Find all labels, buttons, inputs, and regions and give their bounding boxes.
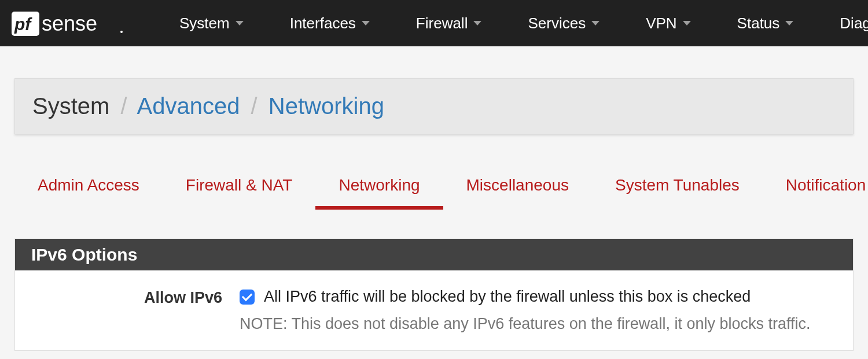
panel-title: IPv6 Options bbox=[15, 239, 853, 270]
tabs: Admin Access Firewall & NAT Networking M… bbox=[14, 169, 854, 210]
nav-item-interfaces[interactable]: Interfaces bbox=[267, 14, 393, 32]
nav-item-system[interactable]: System bbox=[156, 14, 267, 32]
nav-menu: System Interfaces Firewall Services VPN … bbox=[156, 14, 868, 32]
tab-system-tunables[interactable]: System Tunables bbox=[592, 169, 763, 210]
nav-label: Status bbox=[737, 14, 780, 32]
allow-ipv6-label: Allow IPv6 bbox=[31, 288, 240, 307]
nav-label: Diag bbox=[840, 14, 868, 32]
nav-item-diagnostics[interactable]: Diag bbox=[816, 14, 868, 32]
breadcrumb-advanced-link[interactable]: Advanced bbox=[137, 93, 240, 119]
svg-text:pf: pf bbox=[14, 14, 32, 34]
tab-miscellaneous[interactable]: Miscellaneous bbox=[443, 169, 592, 210]
breadcrumb-root: System bbox=[32, 93, 109, 119]
tab-notifications[interactable]: Notification bbox=[763, 169, 868, 210]
nav-label: Interfaces bbox=[290, 14, 356, 32]
allow-ipv6-row: Allow IPv6 All IPv6 traffic will be bloc… bbox=[31, 288, 837, 333]
caret-down-icon bbox=[362, 21, 370, 25]
caret-down-icon bbox=[591, 21, 599, 25]
caret-down-icon bbox=[473, 21, 481, 25]
tab-networking[interactable]: Networking bbox=[315, 169, 443, 210]
nav-label: System bbox=[179, 14, 230, 32]
caret-down-icon bbox=[785, 21, 793, 25]
nav-item-vpn[interactable]: VPN bbox=[623, 14, 713, 32]
caret-down-icon bbox=[683, 21, 691, 25]
top-navbar: pf sense System Interfaces Firewall Serv… bbox=[0, 0, 868, 46]
nav-item-firewall[interactable]: Firewall bbox=[393, 14, 505, 32]
breadcrumb-networking-link[interactable]: Networking bbox=[269, 93, 384, 119]
panel-body: Allow IPv6 All IPv6 traffic will be bloc… bbox=[15, 270, 853, 350]
nav-label: VPN bbox=[646, 14, 676, 32]
tab-firewall-nat[interactable]: Firewall & NAT bbox=[163, 169, 316, 210]
svg-point-3 bbox=[120, 31, 123, 33]
breadcrumb: System / Advanced / Networking bbox=[14, 78, 854, 134]
breadcrumb-separator: / bbox=[120, 93, 127, 119]
nav-label: Services bbox=[528, 14, 586, 32]
nav-label: Firewall bbox=[416, 14, 468, 32]
allow-ipv6-note: NOTE: This does not disable any IPv6 fea… bbox=[240, 315, 837, 333]
allow-ipv6-control: All IPv6 traffic will be blocked by the … bbox=[240, 288, 837, 333]
ipv6-options-panel: IPv6 Options Allow IPv6 All IPv6 traffic… bbox=[14, 239, 854, 351]
allow-ipv6-checkbox[interactable] bbox=[240, 290, 255, 305]
allow-ipv6-description: All IPv6 traffic will be blocked by the … bbox=[264, 288, 751, 306]
nav-item-status[interactable]: Status bbox=[714, 14, 817, 32]
nav-item-services[interactable]: Services bbox=[505, 14, 623, 32]
tabs-container: Admin Access Firewall & NAT Networking M… bbox=[14, 169, 854, 210]
caret-down-icon bbox=[236, 21, 244, 25]
pfsense-logo[interactable]: pf sense bbox=[12, 10, 127, 36]
tab-admin-access[interactable]: Admin Access bbox=[14, 169, 163, 210]
svg-text:sense: sense bbox=[42, 12, 97, 35]
breadcrumb-separator: / bbox=[251, 93, 258, 119]
